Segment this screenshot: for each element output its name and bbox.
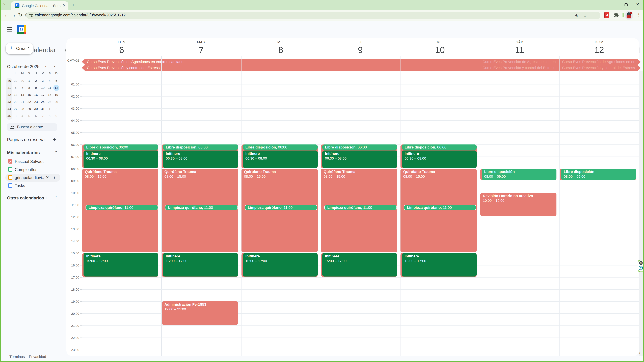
mini-cal-day[interactable]: 28 [19,106,26,112]
mini-cal-day[interactable]: 3 [12,113,19,119]
calendar-checkbox[interactable] [8,167,12,172]
mini-cal-prev-icon[interactable]: ‹ [45,64,46,69]
mini-cal-day[interactable]: 23 [33,99,40,105]
day-number-button[interactable]: 9 [321,45,400,55]
mini-cal-day[interactable]: 12 [53,85,59,91]
mini-cal-day[interactable]: 6 [12,85,19,91]
eset-logo-icon[interactable]: e [639,266,643,270]
event-chip[interactable]: Libre disposición, 06:00 [402,144,477,150]
event-chip[interactable]: Libre disposición, 06:00 [163,144,238,150]
mini-cal-day[interactable]: 2 [53,106,60,112]
day-number-button[interactable]: 12 [560,45,639,55]
all-day-event-banner[interactable]: Curso Eves Prevención de Agresiones en e… [82,59,641,65]
url-text[interactable]: calendar.google.com/calendar/u/0/r/week/… [35,13,126,17]
overlay-close-icon[interactable]: ✕ [639,261,643,265]
mini-cal-day[interactable]: 8 [46,113,53,119]
event-chip[interactable]: Libre disposición, 06:00 [243,144,318,150]
window-minimize-button[interactable]: – [613,2,615,7]
options-icon[interactable]: ⋮ [52,175,56,180]
day-number-button[interactable]: 10 [400,45,480,55]
mini-cal-day[interactable]: 6 [33,113,40,119]
mini-cal-day[interactable]: 22 [26,99,32,105]
event-chip[interactable]: Libre disposición08:00 – 09:00 [482,169,556,180]
new-tab-button[interactable]: + [72,2,75,8]
calendar-checkbox[interactable]: ✓ [8,159,12,164]
event-chip[interactable]: Initínere15:00 – 17:00 [402,253,477,277]
other-calendars-collapse-icon[interactable]: ⌃ [55,196,58,199]
event-chip[interactable]: Quirófano Trauma08:00 – 15:00 [241,169,318,252]
event-chip[interactable]: Initínere15:00 – 17:00 [84,253,158,277]
mini-cal-day[interactable]: 29 [12,78,19,84]
unsubscribe-icon[interactable]: ✕ [46,175,49,180]
calendar-list-item[interactable]: Cumpleaños [5,166,60,174]
mini-cal-day[interactable]: 25 [46,99,53,105]
event-chip[interactable]: Limpieza quirófano, 11:00 [86,205,158,210]
tab-close-icon[interactable]: ✕ [63,3,66,8]
site-settings-icon[interactable] [29,14,33,17]
event-chip[interactable]: Initínere06:30 – 08:00 [163,150,238,168]
calendar-checkbox[interactable] [8,183,12,188]
event-chip[interactable]: Administración Fer185319:00 – 21:00 [162,301,238,325]
calendar-checkbox[interactable] [8,175,12,180]
mini-cal-day[interactable]: 1 [46,106,53,112]
mini-cal-day[interactable]: 5 [53,78,60,84]
event-chip[interactable]: Quirófano Trauma08:00 – 15:00 [82,169,158,252]
mini-cal-day[interactable]: 29 [26,106,32,112]
event-chip[interactable]: Libre disposición08:00 – 09:00 [561,169,636,180]
side-panel-chevron-icon[interactable]: ‹ [639,350,640,355]
back-icon[interactable]: ← [4,12,9,18]
event-chip[interactable]: Initínere15:00 – 17:00 [322,253,397,277]
other-calendars-add-icon[interactable]: + [44,195,48,200]
main-menu-icon[interactable] [7,26,12,31]
terms-privacy-links[interactable]: Términos – Privacidad [10,355,46,359]
mini-cal-day[interactable]: 31 [40,106,46,112]
event-chip[interactable]: Limpieza quirófano, 11:00 [404,205,476,210]
search-people-field[interactable]: Buscar a gente [7,123,57,131]
mini-cal-day[interactable]: 15 [26,92,32,98]
day-number-button[interactable]: 7 [162,45,241,55]
mini-cal-day[interactable]: 24 [40,99,46,105]
forward-icon[interactable]: → [11,12,16,18]
event-chip[interactable]: Initínere15:00 – 17:00 [163,253,238,277]
event-chip[interactable]: Libre disposición, 06:00 [84,144,158,150]
day-number-button[interactable]: 11 [480,45,559,55]
mini-cal-day[interactable]: 9 [33,85,40,91]
all-day-event-banner[interactable]: Curso Eves Prevención y control del Estr… [82,65,641,71]
mini-cal-day[interactable]: 21 [19,99,26,105]
event-chip[interactable]: Initínere06:30 – 08:00 [322,150,397,168]
mini-cal-day[interactable]: 18 [46,92,53,98]
day-number-button[interactable]: 6 [82,45,161,55]
browser-profile-avatar[interactable] [624,11,633,20]
event-chip[interactable]: Libre disposición, 06:00 [322,144,397,150]
mini-cal-day[interactable]: 20 [12,99,19,105]
extensions-puzzle-icon[interactable] [614,12,619,19]
tab-search-icon[interactable]: ˅ [3,2,6,6]
mini-cal-day[interactable]: 17 [40,92,46,98]
window-restore-button[interactable] [624,3,628,6]
reload-icon[interactable]: ↻ [18,12,22,18]
event-chip[interactable]: Quirófano Trauma08:00 – 15:00 [400,169,477,252]
mini-cal-day[interactable]: 9 [53,113,60,119]
mini-cal-day[interactable]: 30 [33,106,40,112]
mini-cal-day[interactable]: 1 [26,78,32,84]
mini-cal-day[interactable]: 8 [26,85,32,91]
event-chip[interactable]: Initínere15:00 – 17:00 [243,253,318,277]
mini-cal-day[interactable]: 2 [33,78,40,84]
omnibox-extension-icon[interactable]: ◈ [575,13,578,18]
calendar-list-item[interactable]: ✓Pascual Salvador Alda [5,158,60,166]
event-chip[interactable]: Initínere06:30 – 08:00 [84,150,158,168]
window-close-button[interactable]: ✕ [636,2,639,7]
my-calendars-collapse-icon[interactable]: ⌃ [55,150,58,154]
week-grid[interactable]: 01:0002:0003:0004:0005:0006:0007:0008:00… [66,71,639,356]
scrollbar-track[interactable] [639,71,643,356]
event-chip[interactable]: Quirófano Trauma08:00 – 15:00 [321,169,397,252]
mini-cal-day[interactable]: 14 [19,92,26,98]
dictionary-extension-icon[interactable]: A [604,12,609,18]
mini-cal-next-icon[interactable]: › [54,64,55,69]
mini-cal-day[interactable]: 4 [19,113,26,119]
mini-cal-day[interactable]: 19 [53,92,60,98]
day-number-button[interactable]: 8 [241,45,320,55]
mini-cal-day[interactable]: 7 [40,113,46,119]
mini-cal-day[interactable]: 3 [40,78,46,84]
mini-cal-day[interactable]: 11 [46,85,53,91]
